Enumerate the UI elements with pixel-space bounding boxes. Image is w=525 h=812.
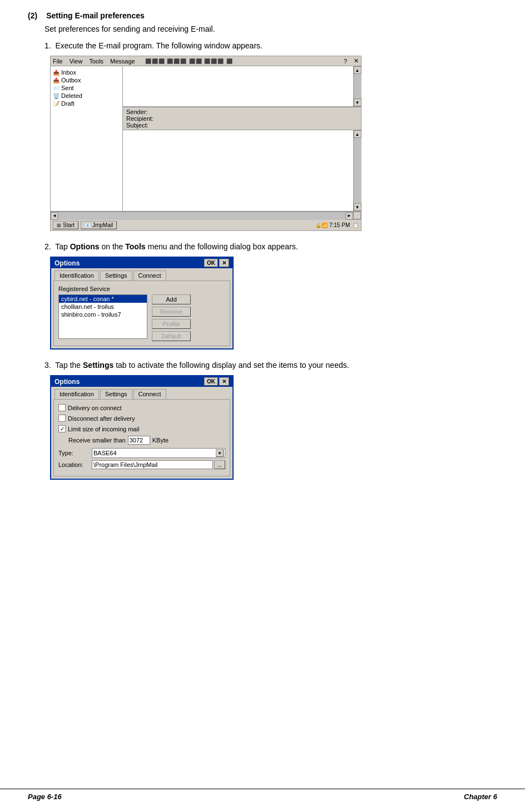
scroll-left-arrow: ◄	[51, 212, 58, 220]
section-title: Setting E-mail preferences	[46, 11, 145, 20]
email-bottom-bar: ◄ ►	[51, 211, 361, 219]
type-field-row: Type: BASE64 ▼	[58, 448, 225, 458]
receive-size-input[interactable]	[128, 436, 150, 445]
inbox-icon: 📥	[53, 70, 60, 76]
dialog-ok-btn-1[interactable]: OK	[204, 259, 218, 267]
tab-settings-2[interactable]: Settings	[100, 389, 132, 399]
sent-icon: 📨	[53, 85, 60, 91]
scroll-up-arrow-body: ▲	[354, 130, 361, 138]
help-btn: ?	[344, 58, 347, 65]
dialog-title-1: Options	[55, 259, 80, 267]
deleted-icon: 🗑️	[53, 93, 60, 99]
section-number: (2)	[28, 11, 37, 20]
app-taskbar-btn[interactable]: 📧 JmpMail	[81, 221, 117, 229]
dialog-ok-btn-2[interactable]: OK	[204, 377, 218, 386]
dialog-tabs-1: Identification Settings Connect	[51, 268, 232, 280]
scrollbar-vertical-top: ▲ ▼	[353, 66, 361, 106]
registered-service-label: Registered Service	[58, 286, 225, 292]
menu-file: File	[53, 58, 63, 65]
message-body-area: ▲ ▼	[123, 130, 361, 211]
options-dialog-2: Options OK ✕ Identification Settings Con…	[50, 375, 234, 480]
preview-pane: ▲ ▼ Sender: Recipient: Subject:	[123, 66, 361, 211]
dialog-body-2: Delivery on connect Disconnect after del…	[53, 399, 230, 476]
dropdown-arrow-icon[interactable]: ▼	[216, 449, 224, 457]
disconnect-after-delivery-label: Disconnect after delivery	[68, 415, 135, 422]
start-icon: ⊞	[57, 223, 61, 228]
dialog-titlebar-2: Options OK ✕	[51, 376, 232, 387]
dialog-close-btn-2[interactable]: ✕	[219, 377, 229, 386]
tab-identification-1[interactable]: Identification	[55, 270, 99, 280]
scroll-right-arrow: ►	[345, 212, 353, 220]
app-name: JmpMail	[92, 222, 113, 228]
folder-outbox: 📤 Outbox	[53, 76, 120, 84]
kbyte-label: KByte	[152, 437, 169, 444]
delivery-on-connect-row: Delivery on connect	[58, 404, 225, 411]
tab-settings-1[interactable]: Settings	[100, 270, 132, 280]
scroll-track-h	[58, 212, 345, 220]
email-body: 📥 Inbox 📤 Outbox 📨 Sent 🗑️ Deleted	[51, 66, 361, 211]
profile-btn[interactable]: Profile	[152, 319, 191, 329]
app-icon: 📧	[85, 223, 91, 228]
scrollbar-horizontal: ◄ ►	[51, 211, 353, 219]
scroll-down-arrow: ▼	[354, 99, 361, 106]
tab-identification-2[interactable]: Identification	[55, 389, 99, 399]
type-dropdown[interactable]: BASE64 ▼	[92, 448, 225, 458]
add-btn[interactable]: Add	[152, 294, 191, 304]
dialog-titlebar-1: Options OK ✕	[51, 258, 232, 268]
tab-connect-1[interactable]: Connect	[133, 270, 166, 280]
service-item-2[interactable]: shinbiro.com - troilus7	[59, 311, 147, 318]
outbox-icon: 📤	[53, 77, 60, 83]
step-2-text: 2. Tap Options on the Tools menu and the…	[44, 242, 497, 251]
status-time: 🔒📶 7:15 PM 📋	[315, 222, 359, 228]
intro-text: Set preferences for sending and receivin…	[44, 24, 497, 33]
message-list-area: ▲ ▼	[123, 66, 361, 107]
service-list-area: cybird.net - conan * chollian.net - troi…	[58, 294, 225, 341]
browse-button[interactable]: ...	[214, 460, 225, 469]
limit-size-checkbox[interactable]	[58, 425, 66, 432]
service-item-0[interactable]: cybird.net - conan *	[59, 295, 147, 303]
delivery-on-connect-checkbox[interactable]	[58, 404, 66, 411]
email-statusbar: ⊞ Start 📧 JmpMail 🔒📶 7:15 PM 📋	[51, 219, 361, 230]
disconnect-after-delivery-row: Disconnect after delivery	[58, 415, 225, 422]
delivery-on-connect-label: Delivery on connect	[68, 405, 122, 411]
draft-icon: 📝	[53, 101, 60, 107]
start-label: Start	[63, 222, 75, 228]
toolbar-icons: ⬛⬛⬛ ⬛⬛⬛ ⬛⬛ ⬛⬛⬛ ⬛	[145, 58, 233, 64]
default-btn[interactable]: Default	[152, 331, 191, 341]
dialog-title-buttons-1: OK ✕	[204, 259, 229, 267]
scroll-up-arrow: ▲	[354, 66, 361, 74]
dialog-close-btn-1[interactable]: ✕	[219, 259, 229, 267]
folder-pane: 📥 Inbox 📤 Outbox 📨 Sent 🗑️ Deleted	[51, 66, 123, 211]
tab-connect-2[interactable]: Connect	[133, 389, 166, 399]
close-btn: ✕	[354, 57, 359, 65]
service-item-1[interactable]: chollian.net - troilus	[59, 303, 147, 311]
options-dialog-1: Options OK ✕ Identification Settings Con…	[50, 257, 234, 350]
service-listbox[interactable]: cybird.net - conan * chollian.net - troi…	[58, 294, 147, 339]
dialog-title-2: Options	[55, 378, 80, 386]
limit-size-row: Limit size of incoming mail	[58, 425, 225, 432]
receive-label: Receive smaller than	[68, 437, 126, 444]
scroll-track-body	[354, 138, 361, 203]
page-number: Page 6-16	[28, 793, 62, 801]
dialog-title-buttons-2: OK ✕	[204, 377, 229, 386]
scrollbar-vertical-body: ▲ ▼	[353, 130, 361, 211]
folder-deleted: 🗑️ Deleted	[53, 92, 120, 100]
disconnect-after-delivery-checkbox[interactable]	[58, 415, 66, 422]
scroll-corner	[353, 211, 361, 219]
time-display: 7:15 PM	[329, 222, 350, 228]
limit-size-label: Limit size of incoming mail	[68, 426, 139, 432]
type-label: Type:	[58, 450, 92, 456]
type-value: BASE64	[93, 450, 117, 456]
step-3-text: 3. Tap the Settings tab to activate the …	[44, 361, 497, 370]
folder-sent: 📨 Sent	[53, 84, 120, 92]
type-dropdown-container: BASE64 ▼	[92, 448, 225, 458]
remove-btn[interactable]: Remove	[152, 307, 191, 317]
folder-inbox: 📥 Inbox	[53, 68, 120, 76]
start-button[interactable]: ⊞ Start	[53, 221, 78, 229]
dialog-body-1: Registered Service cybird.net - conan * …	[53, 280, 230, 346]
dialog-tabs-2: Identification Settings Connect	[51, 387, 232, 399]
location-input[interactable]: \Program Files\JmpMail	[92, 460, 213, 469]
scroll-track-top	[354, 74, 361, 99]
menu-tools: Tools	[89, 58, 103, 65]
chapter-label: Chapter 6	[464, 793, 497, 801]
